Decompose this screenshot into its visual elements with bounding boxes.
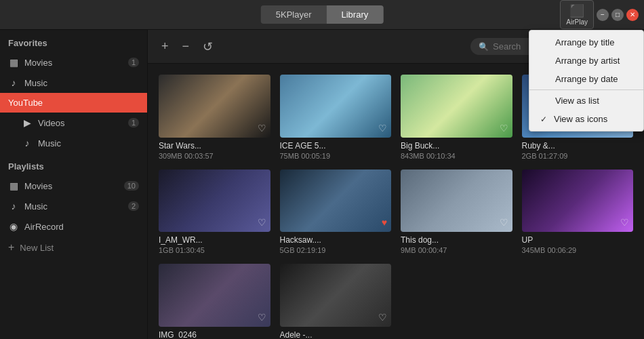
dropdown-item-arrange-title[interactable]: Arrange by title: [529, 33, 643, 52]
dropdown-menu: Arrange by titleArrange by artistArrange…: [529, 30, 644, 132]
music-pl-icon: ♪: [8, 201, 19, 212]
sidebar-item-airrecord[interactable]: ◉ AirRecord: [0, 216, 147, 237]
media-thumb: ♡: [280, 264, 392, 327]
minimize-button[interactable]: −: [597, 9, 609, 21]
sidebar-item-youtube[interactable]: YouTube: [0, 93, 147, 113]
refresh-button[interactable]: ↺: [200, 37, 216, 57]
plus-icon: +: [8, 241, 14, 254]
sidebar-item-label: Music: [24, 78, 139, 88]
heart-button[interactable]: ♡: [620, 217, 629, 228]
music-pl-count: 2: [128, 201, 139, 211]
sidebar: Favorites ▦ Movies 1 ♪ Music YouTube ▶ V…: [0, 30, 148, 339]
media-meta: 1GB 01:30:45: [159, 246, 270, 254]
media-title: Big Buck...: [401, 141, 512, 151]
heart-button[interactable]: ♡: [500, 217, 508, 228]
sidebar-item-movies-fav[interactable]: ▦ Movies 1: [0, 52, 147, 73]
media-thumb: ♡: [159, 170, 270, 233]
dropdown-item-view-list[interactable]: View as list: [529, 92, 643, 110]
airplay-icon: ⬛: [569, 3, 584, 18]
heart-button[interactable]: ♡: [258, 217, 266, 228]
titlebar-tabs: 5KPlayer Library: [261, 5, 384, 24]
dropdown-item-arrange-artist[interactable]: Arrange by artist: [529, 52, 643, 70]
titlebar: 5KPlayer Library ⬛ AirPlay − □ ✕: [0, 0, 644, 30]
add-button[interactable]: +: [159, 37, 172, 56]
media-meta: 2GB 01:27:09: [522, 152, 634, 160]
remove-button[interactable]: −: [180, 37, 193, 56]
media-title: ICE AGE 5...: [280, 141, 392, 151]
heart-button[interactable]: ♡: [378, 312, 387, 323]
media-thumb: ♥: [280, 170, 392, 233]
sidebar-item-music-yt[interactable]: ♪ Music: [14, 133, 147, 153]
media-meta: 309MB 00:03:57: [159, 152, 270, 160]
sidebar-item-movies-pl[interactable]: ▦ Movies 10: [0, 176, 147, 196]
airrecord-icon: ◉: [8, 221, 19, 232]
dropdown-divider: [529, 89, 643, 90]
search-icon: 🔍: [479, 42, 489, 52]
sidebar-item-videos[interactable]: ▶ Videos 1: [14, 113, 147, 133]
media-card-up[interactable]: ♡ UP 345MB 00:06:29: [522, 170, 634, 255]
media-meta: 75MB 00:05:19: [280, 152, 392, 160]
tab-library[interactable]: Library: [327, 5, 384, 24]
sidebar-item-music-fav[interactable]: ♪ Music: [0, 73, 147, 93]
sidebar-item-label: Music: [24, 201, 123, 212]
sidebar-item-label: YouTube: [8, 98, 139, 108]
music-icon: ♪: [8, 77, 19, 88]
media-thumb: ♡: [401, 75, 512, 138]
new-list-button[interactable]: + New List: [0, 237, 147, 258]
heart-button[interactable]: ♡: [378, 123, 387, 134]
close-button[interactable]: ✕: [626, 9, 639, 21]
favorites-section-title: Favorites: [0, 30, 147, 52]
media-title: UP: [522, 235, 634, 245]
titlebar-controls: ⬛ AirPlay − □ ✕: [560, 0, 639, 29]
heart-button[interactable]: ♡: [258, 312, 266, 323]
new-list-label: New List: [20, 243, 54, 253]
movies-icon: ▦: [8, 57, 19, 68]
heart-button[interactable]: ♥: [382, 217, 387, 228]
sidebar-item-label: AirRecord: [24, 222, 139, 232]
media-meta: 5GB 02:19:19: [280, 246, 392, 254]
media-title: Star Wars...: [159, 141, 270, 151]
media-thumb: ♡: [280, 75, 392, 138]
restore-button[interactable]: □: [611, 9, 624, 21]
media-thumb: ♡: [159, 264, 270, 327]
airplay-button[interactable]: ⬛ AirPlay: [560, 0, 594, 29]
media-meta: 843MB 00:10:34: [401, 152, 512, 160]
media-card-thisdog[interactable]: ♡ This dog... 9MB 00:00:47: [401, 170, 512, 255]
media-card-adele[interactable]: ♡ Adele -... 58MB 00:06:06: [280, 264, 392, 339]
media-card-hacksaw[interactable]: ♥ Hacksaw.... 5GB 02:19:19: [280, 170, 392, 255]
heart-button[interactable]: ♡: [258, 123, 266, 134]
sidebar-item-label: Videos: [38, 118, 123, 128]
dropdown-item-view-icons[interactable]: View as icons: [529, 110, 643, 128]
media-title: Ruby &...: [522, 141, 634, 151]
media-thumb: ♡: [401, 170, 512, 233]
media-title: I_AM_WR...: [159, 235, 270, 245]
media-card-iceage[interactable]: ♡ ICE AGE 5... 75MB 00:05:19: [280, 75, 392, 160]
tab-5kplayer[interactable]: 5KPlayer: [261, 5, 327, 24]
movies-pl-icon: ▦: [8, 180, 19, 191]
media-thumb: ♡: [159, 75, 270, 138]
sidebar-item-label: Movies: [24, 58, 123, 68]
videos-count: 1: [128, 118, 139, 127]
sidebar-item-label: Movies: [24, 181, 119, 191]
media-title: This dog...: [401, 235, 512, 245]
heart-button[interactable]: ♡: [500, 123, 508, 134]
music-yt-icon: ♪: [22, 138, 33, 148]
media-card-starwars[interactable]: ♡ Star Wars... 309MB 00:03:57: [159, 75, 270, 160]
playlists-section-title: Playlists: [0, 153, 147, 176]
media-card-bigbuck[interactable]: ♡ Big Buck... 843MB 00:10:34: [401, 75, 512, 160]
media-meta: 345MB 00:06:29: [522, 246, 634, 254]
media-card-transgate[interactable]: ♡ I_AM_WR... 1GB 01:30:45: [159, 170, 270, 255]
media-thumb: ♡: [522, 170, 634, 233]
movies-count: 1: [128, 58, 139, 67]
airplay-label: AirPlay: [566, 18, 588, 26]
videos-icon: ▶: [22, 117, 33, 128]
movies-pl-count: 10: [124, 181, 139, 191]
sidebar-item-label: Music: [38, 138, 139, 148]
media-card-img0246[interactable]: ♡ IMG_0246 12MB 00:00:09: [159, 264, 270, 339]
media-meta: 9MB 00:00:47: [401, 246, 512, 254]
media-title: Adele -...: [280, 330, 392, 339]
dropdown-item-arrange-date[interactable]: Arrange by date: [529, 70, 643, 88]
media-title: IMG_0246: [159, 330, 270, 339]
media-title: Hacksaw....: [280, 235, 392, 245]
sidebar-item-music-pl[interactable]: ♪ Music 2: [0, 196, 147, 216]
